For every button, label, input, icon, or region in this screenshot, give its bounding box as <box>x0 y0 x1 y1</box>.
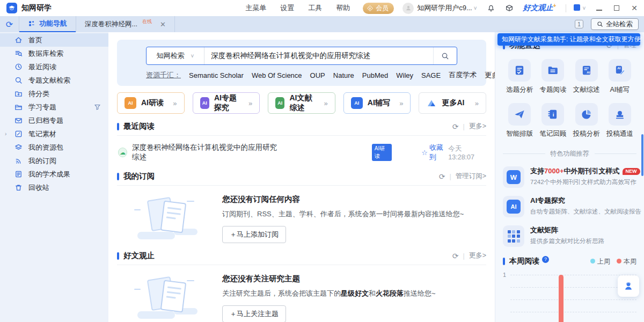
user-avatar[interactable] <box>402 3 414 14</box>
ai-read-badge[interactable]: AI研读 <box>372 144 392 161</box>
feature-ai-topic-explore[interactable]: AI AI专题探究 自动专题矩阵、文献综述、文献阅读报告 <box>503 196 636 217</box>
maximize-button[interactable] <box>614 4 619 12</box>
menu-settings[interactable]: 设置 <box>280 3 294 13</box>
quick-submission-channel[interactable]: 投稿通道 <box>603 103 636 138</box>
sidebar-item-study-topics[interactable]: 学习专题 <box>0 100 108 114</box>
source-baidu-scholar[interactable]: 百度学术 <box>449 70 477 80</box>
sidebar-item-academic-achievements[interactable]: 我的学术成果 <box>0 167 108 181</box>
search-scope-select[interactable]: 知网检索 ˅ <box>147 47 204 64</box>
theme-color-swatch[interactable] <box>574 4 580 12</box>
member-badge[interactable]: V 会员 <box>363 3 394 14</box>
sources-label[interactable]: 资源千汇： <box>146 70 181 80</box>
sidebar-item-recent-reading[interactable]: 最近阅读 <box>0 60 108 74</box>
global-search-button[interactable]: 全站检索 <box>591 18 639 30</box>
highlights-empty-state: 您还没有关注研究主题 关注研究主题后，系统会把该主题下的星级好文和火花段落推送给… <box>117 265 486 322</box>
refresh-tab-icon[interactable]: ⟳ <box>0 16 19 32</box>
collector-assistant-tooltip[interactable]: 知网研学文献采集助手: 让题录和全文获取更方便! ~马上了解~ ✕ <box>497 33 640 46</box>
sidebar-item-recycle-bin[interactable]: 回收站 <box>0 181 108 194</box>
quick-topic-reading[interactable]: 专题阅读 <box>536 59 569 94</box>
quick-submission-analysis[interactable]: 投稿分析 <box>570 103 603 138</box>
ai-writing-icon: AI <box>609 59 631 82</box>
feature-literature-matrix[interactable]: 文献矩阵 提供多篇文献对比分析思路 <box>503 225 636 247</box>
sidebar-item-archived-topics[interactable]: 已归档专题 <box>0 114 108 127</box>
right-panel-scrollbar[interactable] <box>641 134 643 176</box>
refresh-icon[interactable]: ⟳ <box>452 252 459 260</box>
recent-reading-item[interactable]: ☁ 深度卷积神经网络在计算机视觉中的应用研究综述 AI研读 ☆收藏到 今天13:… <box>117 136 486 168</box>
source-pubmed[interactable]: PubMed <box>362 71 388 79</box>
add-subscription-button[interactable]: ＋马上添加订阅 <box>222 226 286 243</box>
quick-literature-review[interactable]: AI 文献综述 <box>570 59 603 94</box>
follow-topic-button[interactable]: ＋马上关注主题 <box>222 305 286 322</box>
customer-service-button[interactable] <box>618 275 639 297</box>
menu-main[interactable]: 主菜单 <box>245 3 266 13</box>
refresh-icon[interactable]: ⟳ <box>439 172 445 181</box>
menu-help[interactable]: 帮助 <box>336 3 350 13</box>
sidebar-item-database-search[interactable]: 数据库检索 <box>0 47 108 60</box>
search-button[interactable] <box>433 47 457 64</box>
search-panel: 知网检索 ˅ 深度卷积神经网络在计算机视觉中的应用研究综述 资源千汇： Sema… <box>117 40 486 86</box>
quick-smart-typesetting[interactable]: 智能排版 <box>503 103 536 138</box>
inbox-icon[interactable] <box>505 4 514 12</box>
tab-document[interactable]: 深度卷积神经网... 在线 ✕ <box>76 16 175 32</box>
recent-item-title[interactable]: 深度卷积神经网络在计算机视觉中的应用研究综述 <box>132 143 281 162</box>
tab-close-icon[interactable]: ✕ <box>160 20 166 28</box>
app-logo-icon <box>6 3 17 13</box>
ai-topic-explore-button[interactable]: AI AI专题探究 » <box>193 92 260 114</box>
paper-plane-icon <box>508 103 531 126</box>
refresh-icon[interactable]: ⟳ <box>452 122 459 131</box>
empty-documents-illustration <box>134 196 197 240</box>
quick-ai-writing[interactable]: AI AI辅写 <box>603 59 636 94</box>
highlights-more-link[interactable]: 更多> <box>469 251 486 260</box>
sidebar-item-home[interactable]: 首页 <box>0 33 108 47</box>
filter-icon[interactable] <box>94 104 101 111</box>
menu-tools[interactable]: 工具 <box>308 3 322 13</box>
sidebar-item-note-material[interactable]: › 笔记素材 <box>0 127 108 141</box>
tab-count-indicator[interactable]: 1 <box>575 20 583 28</box>
quick-note-review[interactable]: i 笔记回顾 <box>536 103 569 138</box>
quick-topic-analysis[interactable]: 选题分析 <box>503 59 536 94</box>
source-sage[interactable]: SAGE <box>421 71 441 79</box>
close-button[interactable]: ✕ <box>631 4 638 12</box>
home-icon <box>14 36 23 44</box>
database-search-icon <box>14 49 23 57</box>
ai-writing-button[interactable]: AI AI辅写 » <box>343 92 411 114</box>
theme-chevron-down-icon[interactable]: ˅ <box>582 5 586 11</box>
notification-bell-icon[interactable] <box>487 4 495 12</box>
tab-nav-home[interactable]: 功能导航 <box>19 16 76 32</box>
search-input[interactable]: 深度卷积神经网络在计算机视觉中的应用研究综述 <box>204 51 433 61</box>
more-ai-button[interactable]: 更多AI » <box>419 92 486 114</box>
source-wiley[interactable]: Wiley <box>396 71 413 79</box>
minimize-button[interactable] <box>596 4 602 12</box>
source-nature[interactable]: Nature <box>333 71 354 79</box>
sidebar-item-resource-pack[interactable]: 我的资源包 <box>0 141 108 154</box>
highlights-empty-desc: 关注研究主题后，系统会把该主题下的星级好文和火花段落推送给您~ <box>222 289 436 298</box>
subscription-section-header: 我的订阅 ⟳ | 管理订阅> <box>117 171 486 186</box>
source-semantic-scholar[interactable]: Semantic Scholar <box>189 71 244 79</box>
star-icon: ☆ <box>421 149 428 157</box>
titlebar: 知网研学 主菜单 设置 工具 帮助 V 会员 知网研学用户c9... ˅ 好文观… <box>0 0 644 16</box>
ai-read-button[interactable]: AI AI研读 » <box>117 92 185 114</box>
external-sources-row: 资源千汇： Semantic Scholar Web Of Science OU… <box>146 70 457 80</box>
sidebar-item-unclassified[interactable]: 待分类 <box>0 87 108 100</box>
source-web-of-science[interactable]: Web Of Science <box>252 71 302 79</box>
username[interactable]: 知网研学用户c9... <box>417 3 472 13</box>
user-chevron-down-icon[interactable]: ˅ <box>474 5 477 11</box>
sidebar-item-subscriptions[interactable]: 我的订阅 <box>0 154 108 167</box>
recent-more-link[interactable]: 更多> <box>469 122 486 131</box>
expand-chevron-icon[interactable]: › <box>5 131 6 137</box>
sidebar-item-topic-search[interactable]: 专题文献检索 <box>0 74 108 87</box>
ai-literature-review-button[interactable]: AI AI文献综述 » <box>268 92 335 114</box>
subscription-title: 我的订阅 <box>123 171 155 181</box>
document-icon <box>14 170 23 178</box>
source-oup[interactable]: OUP <box>310 71 325 79</box>
promo-link[interactable]: 好文观止+ <box>523 3 557 13</box>
favorite-button[interactable]: ☆收藏到 <box>421 143 448 162</box>
empty-documents-illustration <box>134 276 197 320</box>
chart-legend: 上周 本周 <box>590 257 636 266</box>
topic-analysis-icon <box>508 59 531 82</box>
feature-citation-styles[interactable]: W 支持7000+中外期刊引文样式 NEW 7242个中外期刊引文样式助力高效写… <box>503 166 636 188</box>
help-question-icon[interactable]: ? <box>542 256 549 263</box>
literature-review-icon: AI <box>575 59 598 82</box>
subscription-empty-desc: 订阅期刊、RSS、主题、学科、作者后，系统会第一时间将最新内容推送给您~ <box>222 209 464 219</box>
manage-subscription-link[interactable]: 管理订阅> <box>456 172 486 181</box>
